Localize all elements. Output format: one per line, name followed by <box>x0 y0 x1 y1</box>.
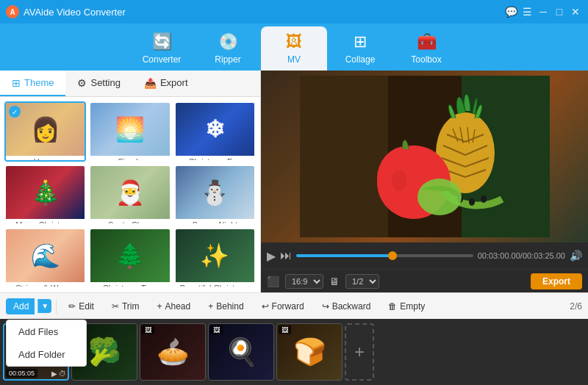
trim-button[interactable]: ✂ Trim <box>104 298 147 314</box>
svg-point-10 <box>417 179 462 215</box>
maximize-icon[interactable]: □ <box>553 5 566 18</box>
theme-item-christmas-tree[interactable]: 🌲 Christmas Tree <box>89 228 171 288</box>
title-bar-left: A AVAide Video Converter <box>6 5 126 18</box>
volume-icon[interactable]: 🔊 <box>570 250 582 262</box>
theme-santa-claus-label: Santa Clous <box>90 219 169 225</box>
theme-item-christmas-eve[interactable]: ❄ Christmas Eve <box>174 101 256 162</box>
menu-icon[interactable]: ☰ <box>520 5 534 18</box>
tab-collage-label: Collage <box>345 54 376 65</box>
svg-point-9 <box>481 195 487 203</box>
content-row: ⊞ Theme ⚙ Setting 📤 Export 👩 ✓ Ha <box>0 71 588 292</box>
subtab-theme-label: Theme <box>24 77 54 88</box>
add-dropdown-button[interactable]: ▼ <box>37 299 51 313</box>
theme-item-stripes-waves[interactable]: 🌊 Stripes & Waves <box>4 228 86 288</box>
toolbox-icon: 🧰 <box>417 32 437 51</box>
setting-subtab-icon: ⚙ <box>77 77 87 89</box>
add-button[interactable]: Add <box>6 298 35 314</box>
export-button[interactable]: Export <box>531 273 582 289</box>
behind-button[interactable]: + Behind <box>201 298 251 314</box>
play-button[interactable]: ▶ <box>267 249 276 263</box>
progress-thumb <box>388 251 397 260</box>
tab-converter-label: Converter <box>143 54 182 65</box>
theme-christmas-eve-label: Christmas Eve <box>176 156 254 162</box>
theme-happy-label: Happy <box>6 156 85 162</box>
empty-button[interactable]: 🗑 Empty <box>381 298 432 314</box>
timeline-badge-3: 🖼 <box>142 325 154 334</box>
time-display: 00:03:00.00/00:03:25.00 <box>478 251 565 260</box>
timeline-item-5[interactable]: 🍞 🖼 <box>276 323 343 381</box>
svg-point-8 <box>469 198 475 206</box>
tab-mv[interactable]: 🖼 MV <box>261 26 327 71</box>
theme-item-simple[interactable]: 🌅 Simple <box>89 101 171 162</box>
theme-christmas-tree-label: Christmas Tree <box>90 282 169 288</box>
video-bottom-bar: ⬛ 16:9 🖥 1/2 Export <box>261 269 588 292</box>
tab-converter[interactable]: 🔄 Converter <box>129 26 195 71</box>
video-preview <box>261 71 588 242</box>
timeline-controls-1: ▶ ⏱ <box>51 370 66 378</box>
timeline-badge-5: 🖼 <box>279 325 291 334</box>
timeline-item-4[interactable]: 🍳 🖼 <box>208 323 274 381</box>
add-dropdown-menu: Add Files Add Folder <box>6 320 87 367</box>
right-panel: ▶ ⏭ 00:03:00.00/00:03:25.00 🔊 ⬛ 16:9 <box>261 71 588 292</box>
timeline-add-button[interactable]: + <box>345 323 374 381</box>
tab-ripper[interactable]: 💿 Ripper <box>195 26 261 71</box>
close-icon[interactable]: ✕ <box>569 5 582 18</box>
add-files-item[interactable]: Add Files <box>7 320 86 343</box>
video-area <box>261 71 588 242</box>
theme-item-merry-christmas[interactable]: 🎄 Merry Christmas <box>4 165 86 225</box>
page-count: 2/6 <box>570 301 582 312</box>
mv-icon: 🖼 <box>286 32 302 51</box>
edit-button[interactable]: ✏ Edit <box>61 298 101 314</box>
subtab-setting-label: Setting <box>90 77 120 88</box>
progress-bar[interactable] <box>296 254 473 257</box>
collage-icon: ⊞ <box>354 32 367 51</box>
backward-button[interactable]: ↪ Backward <box>315 298 379 314</box>
tab-mv-label: MV <box>287 54 301 65</box>
theme-grid: 👩 ✓ Happy 🌅 Simple ❄ Christmas Eve 🎄 <box>0 97 260 292</box>
bottom-toolbar: Add ▼ Add Files Add Folder ✏ Edit ✂ Trim… <box>0 292 588 319</box>
ahead-button[interactable]: + Ahead <box>150 298 198 314</box>
tl-clock-1[interactable]: ⏱ <box>59 370 66 378</box>
subtab-export[interactable]: 📤 Export <box>132 71 200 96</box>
tl-play-1[interactable]: ▶ <box>51 370 57 378</box>
chat-icon[interactable]: 💬 <box>504 5 517 18</box>
theme-item-happy[interactable]: 👩 ✓ Happy <box>4 101 86 162</box>
tab-collage[interactable]: ⊞ Collage <box>327 26 393 71</box>
step-forward-button[interactable]: ⏭ <box>280 249 292 262</box>
left-panel: ⊞ Theme ⚙ Setting 📤 Export 👩 ✓ Ha <box>0 71 261 292</box>
subtab-theme[interactable]: ⊞ Theme <box>0 71 65 96</box>
theme-item-beautiful-christmas[interactable]: ✨ Beautiful Christmas <box>174 228 256 288</box>
timeline-badge-4: 🖼 <box>210 325 223 334</box>
aspect-ratio-select[interactable]: 16:9 <box>285 274 323 289</box>
scale-select[interactable]: 1/2 <box>345 274 379 289</box>
minimize-icon[interactable]: ─ <box>537 5 550 18</box>
add-folder-item[interactable]: Add Folder <box>7 343 86 366</box>
video-content-svg <box>300 76 550 237</box>
empty-icon: 🗑 <box>388 301 397 312</box>
aspect-ratio-icon: ⬛ <box>267 276 279 287</box>
ripper-icon: 💿 <box>218 32 238 51</box>
main-area: ⊞ Theme ⚙ Setting 📤 Export 👩 ✓ Ha <box>0 71 588 385</box>
svg-rect-1 <box>300 76 388 237</box>
svg-point-6 <box>392 170 406 191</box>
ahead-icon: + <box>157 301 162 312</box>
theme-item-santa-claus[interactable]: 🎅 Santa Clous <box>89 165 171 225</box>
progress-fill <box>296 254 393 257</box>
app-logo: A <box>6 5 19 18</box>
subtab-export-label: Export <box>160 77 188 88</box>
nav-tabs: 🔄 Converter 💿 Ripper 🖼 MV ⊞ Collage 🧰 To… <box>0 24 588 71</box>
theme-selected-check: ✓ <box>9 106 21 118</box>
title-bar-controls: 💬 ☰ ─ □ ✕ <box>504 5 582 18</box>
export-subtab-icon: 📤 <box>144 77 157 89</box>
backward-icon: ↪ <box>322 301 329 312</box>
theme-item-snowy-night[interactable]: ⛄ Snowy Night <box>174 165 256 225</box>
tab-toolbox[interactable]: 🧰 Toolbox <box>393 26 459 71</box>
subtab-setting[interactable]: ⚙ Setting <box>65 71 132 96</box>
title-bar: A AVAide Video Converter 💬 ☰ ─ □ ✕ <box>0 0 588 24</box>
edit-icon: ✏ <box>68 301 76 312</box>
timeline-item-3[interactable]: 🥧 🖼 <box>140 323 206 381</box>
timeline-time-1: 00:05:05 <box>6 369 37 378</box>
forward-button[interactable]: ↩ Forward <box>254 298 312 314</box>
toolbar-divider-1 <box>56 299 57 314</box>
theme-merry-christmas-label: Merry Christmas <box>6 219 85 225</box>
